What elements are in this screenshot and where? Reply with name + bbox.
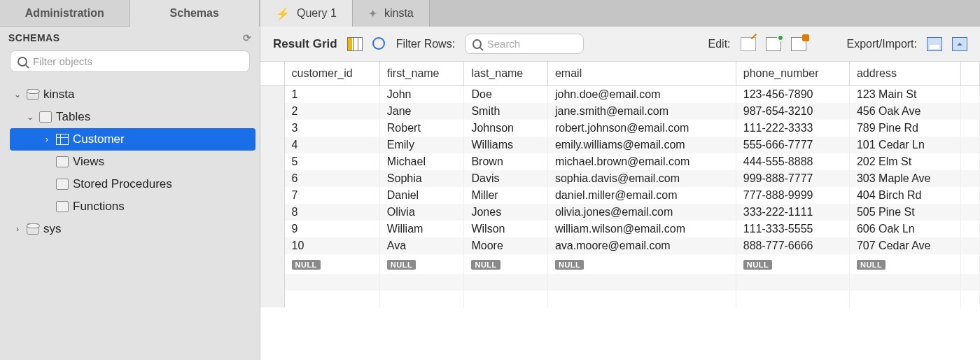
add-row-icon[interactable] bbox=[766, 37, 781, 51]
cell-first_name[interactable]: Ava bbox=[379, 237, 464, 254]
filter-rows-input[interactable] bbox=[487, 38, 576, 50]
filter-rows-box[interactable] bbox=[465, 34, 584, 54]
cell-first_name[interactable]: Olivia bbox=[379, 204, 464, 221]
col-email[interactable]: email bbox=[547, 62, 736, 86]
cell-phone_number[interactable]: 111-222-3333 bbox=[736, 120, 849, 137]
table-row[interactable]: 6SophiaDavissophia.davis@email.com999-88… bbox=[260, 170, 980, 187]
cell-null[interactable]: NULL bbox=[284, 254, 379, 274]
cell-phone_number[interactable]: 111-333-5555 bbox=[736, 221, 849, 237]
grid-icon[interactable] bbox=[347, 37, 363, 51]
cell-phone_number[interactable]: 987-654-3210 bbox=[736, 103, 849, 120]
cell-email[interactable]: robert.johnson@email.com bbox=[547, 120, 736, 137]
cell-last_name[interactable]: Davis bbox=[464, 170, 548, 187]
cell-null[interactable]: NULL bbox=[379, 254, 464, 274]
cell-last_name[interactable]: Doe bbox=[464, 86, 548, 104]
row-selector[interactable] bbox=[260, 86, 284, 104]
col-last_name[interactable]: last_name bbox=[464, 62, 548, 86]
table-row[interactable]: 5MichaelBrownmichael.brown@email.com444-… bbox=[260, 153, 980, 170]
cell-phone_number[interactable]: 123-456-7890 bbox=[736, 86, 849, 104]
row-selector[interactable] bbox=[260, 237, 284, 254]
cell-phone_number[interactable]: 555-666-7777 bbox=[736, 137, 849, 153]
tree-table-customer[interactable]: › Customer bbox=[10, 128, 255, 151]
cell-phone_number[interactable]: 444-555-8888 bbox=[736, 153, 849, 170]
cell-first_name[interactable]: Robert bbox=[379, 120, 464, 137]
cell-email[interactable]: michael.brown@email.com bbox=[547, 153, 736, 170]
row-selector[interactable] bbox=[260, 254, 284, 274]
edit-row-icon[interactable] bbox=[741, 37, 756, 51]
cell-last_name[interactable]: Miller bbox=[464, 187, 548, 204]
table-row[interactable]: 10AvaMooreava.moore@email.com888-777-666… bbox=[260, 237, 980, 254]
row-selector[interactable] bbox=[260, 137, 284, 153]
cell-email[interactable]: olivia.jones@email.com bbox=[547, 204, 736, 221]
tab-schemas[interactable]: Schemas bbox=[130, 0, 260, 27]
cell-customer_id[interactable]: 8 bbox=[284, 204, 379, 221]
cell-customer_id[interactable]: 6 bbox=[284, 170, 379, 187]
cell-null[interactable]: NULL bbox=[736, 254, 849, 274]
cell-phone_number[interactable]: 999-888-7777 bbox=[736, 170, 849, 187]
col-address[interactable]: address bbox=[849, 62, 961, 86]
refresh-icon[interactable]: ⟳ bbox=[243, 32, 252, 43]
table-row[interactable]: 4EmilyWilliamsemily.williams@email.com55… bbox=[260, 137, 980, 153]
cell-last_name[interactable]: Brown bbox=[464, 153, 548, 170]
cell-address[interactable]: 505 Pine St bbox=[849, 204, 961, 221]
cell-first_name[interactable]: Emily bbox=[379, 137, 464, 153]
row-selector[interactable] bbox=[260, 153, 284, 170]
cell-phone_number[interactable]: 888-777-6666 bbox=[736, 237, 849, 254]
cell-phone_number[interactable]: 333-222-1111 bbox=[736, 204, 849, 221]
tab-administration[interactable]: Administration bbox=[0, 0, 130, 27]
tree-stored-procedures[interactable]: Stored Procedures bbox=[10, 173, 255, 195]
cell-first_name[interactable]: Jane bbox=[379, 103, 464, 120]
table-row[interactable]: 7DanielMillerdaniel.miller@email.com777-… bbox=[260, 187, 980, 204]
cell-email[interactable]: jane.smith@email.com bbox=[547, 103, 736, 120]
cell-address[interactable]: 101 Cedar Ln bbox=[849, 137, 961, 153]
row-selector[interactable] bbox=[260, 204, 284, 221]
table-row[interactable]: 1JohnDoejohn.doe@email.com123-456-789012… bbox=[260, 86, 980, 104]
result-grid[interactable]: customer_idfirst_namelast_nameemailphone… bbox=[260, 62, 980, 360]
cell-last_name[interactable]: Jones bbox=[464, 204, 548, 221]
cell-first_name[interactable]: William bbox=[379, 221, 464, 237]
filter-objects-input[interactable] bbox=[33, 55, 242, 67]
cell-customer_id[interactable]: 9 bbox=[284, 221, 379, 237]
filter-objects-box[interactable] bbox=[10, 50, 250, 72]
cell-customer_id[interactable]: 7 bbox=[284, 187, 379, 204]
cell-first_name[interactable]: John bbox=[379, 86, 464, 104]
col-customer_id[interactable]: customer_id bbox=[284, 62, 379, 86]
row-selector[interactable] bbox=[260, 221, 284, 237]
tree-functions[interactable]: Functions bbox=[10, 195, 255, 218]
table-row[interactable]: 8OliviaJonesolivia.jones@email.com333-22… bbox=[260, 204, 980, 221]
cell-last_name[interactable]: Smith bbox=[464, 103, 548, 120]
table-row[interactable]: 9WilliamWilsonwilliam.wilson@email.com11… bbox=[260, 221, 980, 237]
cell-email[interactable]: william.wilson@email.com bbox=[547, 221, 736, 237]
cell-customer_id[interactable]: 3 bbox=[284, 120, 379, 137]
cell-address[interactable]: 606 Oak Ln bbox=[849, 221, 961, 237]
cell-email[interactable]: sophia.davis@email.com bbox=[547, 170, 736, 187]
tree-db-sys[interactable]: › sys bbox=[10, 218, 255, 240]
cell-email[interactable]: emily.williams@email.com bbox=[547, 137, 736, 153]
cell-customer_id[interactable]: 4 bbox=[284, 137, 379, 153]
col-first_name[interactable]: first_name bbox=[379, 62, 464, 86]
cell-first_name[interactable]: Michael bbox=[379, 153, 464, 170]
tree-views[interactable]: Views bbox=[10, 151, 255, 173]
cell-address[interactable]: 123 Main St bbox=[849, 86, 961, 104]
row-selector[interactable] bbox=[260, 187, 284, 204]
cell-first_name[interactable]: Daniel bbox=[379, 187, 464, 204]
row-selector[interactable] bbox=[260, 103, 284, 120]
cell-address[interactable]: 202 Elm St bbox=[849, 153, 961, 170]
cell-last_name[interactable]: Johnson bbox=[464, 120, 548, 137]
cell-email[interactable]: ava.moore@email.com bbox=[547, 237, 736, 254]
table-row-null[interactable]: NULLNULLNULLNULLNULLNULL bbox=[260, 254, 980, 274]
delete-row-icon[interactable] bbox=[791, 37, 806, 51]
cell-customer_id[interactable]: 5 bbox=[284, 153, 379, 170]
tree-tables[interactable]: ⌄ Tables bbox=[10, 106, 255, 128]
tree-db-kinsta[interactable]: ⌄ kinsta bbox=[10, 83, 255, 106]
cell-address[interactable]: 456 Oak Ave bbox=[849, 103, 961, 120]
refresh-results-icon[interactable] bbox=[372, 37, 386, 51]
export-icon[interactable] bbox=[927, 37, 942, 51]
row-selector[interactable] bbox=[260, 170, 284, 187]
cell-customer_id[interactable]: 1 bbox=[284, 86, 379, 104]
cell-customer_id[interactable]: 2 bbox=[284, 103, 379, 120]
cell-email[interactable]: john.doe@email.com bbox=[547, 86, 736, 104]
row-selector[interactable] bbox=[260, 120, 284, 137]
cell-address[interactable]: 303 Maple Ave bbox=[849, 170, 961, 187]
col-phone_number[interactable]: phone_number bbox=[736, 62, 849, 86]
